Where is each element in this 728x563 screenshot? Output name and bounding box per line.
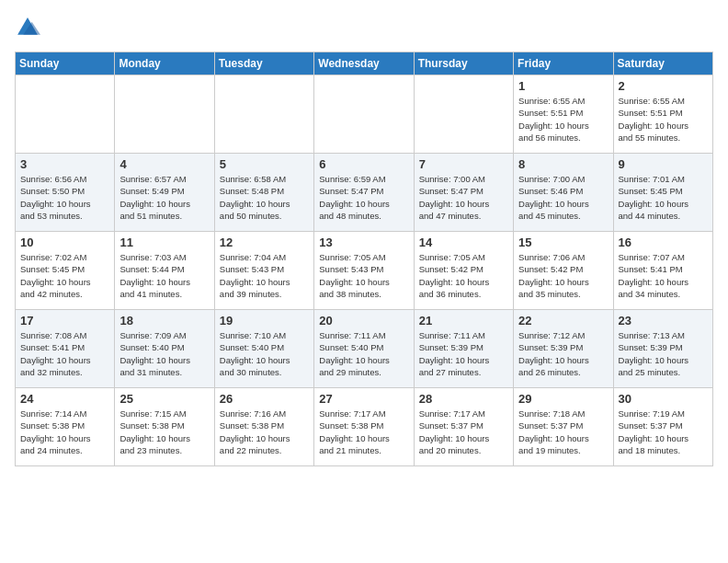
calendar-week-row: 24Sunrise: 7:14 AM Sunset: 5:38 PM Dayli…	[16, 388, 713, 466]
day-number: 5	[220, 157, 309, 171]
day-number: 28	[419, 392, 508, 406]
calendar-cell: 14Sunrise: 7:05 AM Sunset: 5:42 PM Dayli…	[414, 232, 513, 310]
logo	[15, 15, 44, 40]
day-number: 16	[619, 236, 708, 249]
day-number: 13	[319, 236, 408, 249]
calendar-cell	[16, 75, 115, 154]
page-header	[15, 15, 713, 40]
day-info: Sunrise: 7:10 AM Sunset: 5:40 PM Dayligh…	[220, 329, 309, 378]
calendar: SundayMondayTuesdayWednesdayThursdayFrid…	[15, 52, 713, 466]
day-info: Sunrise: 7:17 AM Sunset: 5:38 PM Dayligh…	[319, 408, 408, 456]
day-number: 3	[20, 157, 109, 171]
day-number: 2	[619, 79, 708, 93]
calendar-cell: 21Sunrise: 7:11 AM Sunset: 5:39 PM Dayli…	[414, 310, 513, 388]
calendar-cell: 20Sunrise: 7:11 AM Sunset: 5:40 PM Dayli…	[314, 310, 414, 388]
calendar-cell: 9Sunrise: 7:01 AM Sunset: 5:45 PM Daylig…	[613, 154, 712, 232]
day-info: Sunrise: 7:00 AM Sunset: 5:47 PM Dayligh…	[419, 173, 508, 222]
day-number: 26	[220, 392, 309, 406]
day-number: 22	[518, 314, 608, 327]
calendar-cell: 2Sunrise: 6:55 AM Sunset: 5:51 PM Daylig…	[613, 75, 712, 154]
day-info: Sunrise: 7:12 AM Sunset: 5:39 PM Dayligh…	[518, 329, 608, 378]
day-info: Sunrise: 7:05 AM Sunset: 5:42 PM Dayligh…	[419, 251, 508, 300]
calendar-cell: 13Sunrise: 7:05 AM Sunset: 5:43 PM Dayli…	[314, 232, 414, 310]
day-info: Sunrise: 6:57 AM Sunset: 5:49 PM Dayligh…	[119, 173, 209, 222]
day-header-thursday: Thursday	[414, 52, 513, 75]
day-number: 12	[220, 236, 309, 249]
day-number: 10	[20, 236, 109, 249]
day-number: 8	[518, 157, 608, 171]
day-info: Sunrise: 6:55 AM Sunset: 5:51 PM Dayligh…	[518, 95, 608, 144]
day-info: Sunrise: 7:18 AM Sunset: 5:37 PM Dayligh…	[518, 408, 608, 456]
calendar-cell	[115, 75, 214, 154]
day-header-saturday: Saturday	[613, 52, 712, 75]
day-number: 17	[20, 314, 109, 327]
day-info: Sunrise: 7:14 AM Sunset: 5:38 PM Dayligh…	[20, 408, 109, 456]
day-header-friday: Friday	[514, 52, 613, 75]
day-info: Sunrise: 7:16 AM Sunset: 5:38 PM Dayligh…	[220, 408, 309, 456]
day-info: Sunrise: 7:15 AM Sunset: 5:38 PM Dayligh…	[119, 408, 209, 456]
calendar-week-row: 3Sunrise: 6:56 AM Sunset: 5:50 PM Daylig…	[16, 154, 713, 232]
day-number: 11	[119, 236, 209, 249]
calendar-cell: 29Sunrise: 7:18 AM Sunset: 5:37 PM Dayli…	[514, 388, 613, 466]
calendar-cell: 8Sunrise: 7:00 AM Sunset: 5:46 PM Daylig…	[514, 154, 613, 232]
day-info: Sunrise: 7:05 AM Sunset: 5:43 PM Dayligh…	[319, 251, 408, 300]
calendar-cell	[214, 75, 313, 154]
day-info: Sunrise: 6:58 AM Sunset: 5:48 PM Dayligh…	[220, 173, 309, 222]
day-number: 29	[518, 392, 608, 406]
day-info: Sunrise: 7:13 AM Sunset: 5:39 PM Dayligh…	[619, 329, 708, 378]
day-info: Sunrise: 7:06 AM Sunset: 5:42 PM Dayligh…	[518, 251, 608, 300]
day-number: 4	[119, 157, 209, 171]
day-number: 30	[619, 392, 708, 406]
calendar-cell: 23Sunrise: 7:13 AM Sunset: 5:39 PM Dayli…	[613, 310, 712, 388]
day-header-tuesday: Tuesday	[214, 52, 313, 75]
calendar-cell: 18Sunrise: 7:09 AM Sunset: 5:40 PM Dayli…	[115, 310, 214, 388]
day-header-wednesday: Wednesday	[314, 52, 414, 75]
day-number: 6	[319, 157, 408, 171]
day-info: Sunrise: 7:11 AM Sunset: 5:39 PM Dayligh…	[419, 329, 508, 378]
day-header-sunday: Sunday	[16, 52, 115, 75]
calendar-cell: 3Sunrise: 6:56 AM Sunset: 5:50 PM Daylig…	[16, 154, 115, 232]
calendar-cell: 12Sunrise: 7:04 AM Sunset: 5:43 PM Dayli…	[214, 232, 313, 310]
calendar-cell: 22Sunrise: 7:12 AM Sunset: 5:39 PM Dayli…	[514, 310, 613, 388]
calendar-cell: 26Sunrise: 7:16 AM Sunset: 5:38 PM Dayli…	[214, 388, 313, 466]
day-number: 23	[619, 314, 708, 327]
day-number: 19	[220, 314, 309, 327]
day-number: 27	[319, 392, 408, 406]
day-info: Sunrise: 7:02 AM Sunset: 5:45 PM Dayligh…	[20, 251, 109, 300]
day-number: 18	[119, 314, 209, 327]
calendar-cell: 7Sunrise: 7:00 AM Sunset: 5:47 PM Daylig…	[414, 154, 513, 232]
calendar-cell	[314, 75, 414, 154]
day-info: Sunrise: 6:55 AM Sunset: 5:51 PM Dayligh…	[619, 95, 708, 144]
calendar-cell: 4Sunrise: 6:57 AM Sunset: 5:49 PM Daylig…	[115, 154, 214, 232]
day-info: Sunrise: 7:07 AM Sunset: 5:41 PM Dayligh…	[619, 251, 708, 300]
day-number: 25	[119, 392, 209, 406]
logo-icon	[15, 15, 40, 40]
day-number: 1	[518, 79, 608, 93]
calendar-cell: 25Sunrise: 7:15 AM Sunset: 5:38 PM Dayli…	[115, 388, 214, 466]
calendar-cell: 16Sunrise: 7:07 AM Sunset: 5:41 PM Dayli…	[613, 232, 712, 310]
calendar-cell: 5Sunrise: 6:58 AM Sunset: 5:48 PM Daylig…	[214, 154, 313, 232]
day-info: Sunrise: 7:08 AM Sunset: 5:41 PM Dayligh…	[20, 329, 109, 378]
day-info: Sunrise: 7:03 AM Sunset: 5:44 PM Dayligh…	[119, 251, 209, 300]
calendar-header-row: SundayMondayTuesdayWednesdayThursdayFrid…	[16, 52, 713, 75]
day-info: Sunrise: 6:56 AM Sunset: 5:50 PM Dayligh…	[20, 173, 109, 222]
day-info: Sunrise: 7:11 AM Sunset: 5:40 PM Dayligh…	[319, 329, 408, 378]
day-number: 15	[518, 236, 608, 249]
day-info: Sunrise: 6:59 AM Sunset: 5:47 PM Dayligh…	[319, 173, 408, 222]
day-info: Sunrise: 7:19 AM Sunset: 5:37 PM Dayligh…	[619, 408, 708, 456]
calendar-cell: 30Sunrise: 7:19 AM Sunset: 5:37 PM Dayli…	[613, 388, 712, 466]
calendar-week-row: 1Sunrise: 6:55 AM Sunset: 5:51 PM Daylig…	[16, 75, 713, 154]
day-header-monday: Monday	[115, 52, 214, 75]
calendar-cell: 15Sunrise: 7:06 AM Sunset: 5:42 PM Dayli…	[514, 232, 613, 310]
calendar-week-row: 10Sunrise: 7:02 AM Sunset: 5:45 PM Dayli…	[16, 232, 713, 310]
calendar-cell: 10Sunrise: 7:02 AM Sunset: 5:45 PM Dayli…	[16, 232, 115, 310]
day-info: Sunrise: 7:04 AM Sunset: 5:43 PM Dayligh…	[220, 251, 309, 300]
day-number: 24	[20, 392, 109, 406]
calendar-cell: 1Sunrise: 6:55 AM Sunset: 5:51 PM Daylig…	[514, 75, 613, 154]
calendar-cell: 24Sunrise: 7:14 AM Sunset: 5:38 PM Dayli…	[16, 388, 115, 466]
day-number: 14	[419, 236, 508, 249]
day-info: Sunrise: 7:00 AM Sunset: 5:46 PM Dayligh…	[518, 173, 608, 222]
day-number: 9	[619, 157, 708, 171]
calendar-cell: 28Sunrise: 7:17 AM Sunset: 5:37 PM Dayli…	[414, 388, 513, 466]
day-info: Sunrise: 7:17 AM Sunset: 5:37 PM Dayligh…	[419, 408, 508, 456]
